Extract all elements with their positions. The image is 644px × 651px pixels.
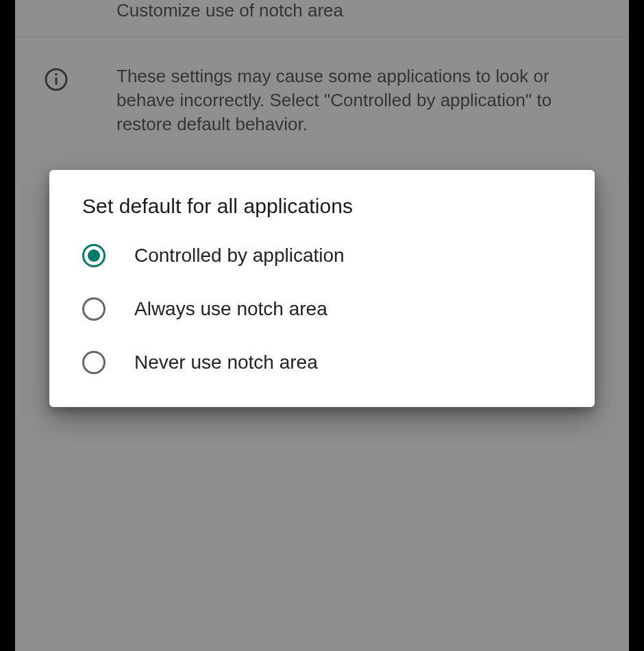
radio-label: Never use notch area <box>134 352 318 373</box>
radio-icon <box>82 297 106 321</box>
radio-icon <box>82 244 106 267</box>
radio-option-controlled-by-application[interactable]: Controlled by application <box>82 244 562 267</box>
default-apps-dialog: Set default for all applications Control… <box>49 170 595 407</box>
screen: Customize use of notch area These settin… <box>15 0 629 651</box>
radio-label: Always use notch area <box>134 298 327 320</box>
radio-option-never-use-notch[interactable]: Never use notch area <box>82 351 562 374</box>
device-outer-frame: Customize use of notch area These settin… <box>0 0 644 651</box>
dialog-title: Set default for all applications <box>82 195 562 218</box>
radio-option-always-use-notch[interactable]: Always use notch area <box>82 297 562 321</box>
radio-label: Controlled by application <box>134 245 345 267</box>
device-inner-frame: Customize use of notch area These settin… <box>8 0 636 651</box>
radio-icon <box>82 351 106 374</box>
